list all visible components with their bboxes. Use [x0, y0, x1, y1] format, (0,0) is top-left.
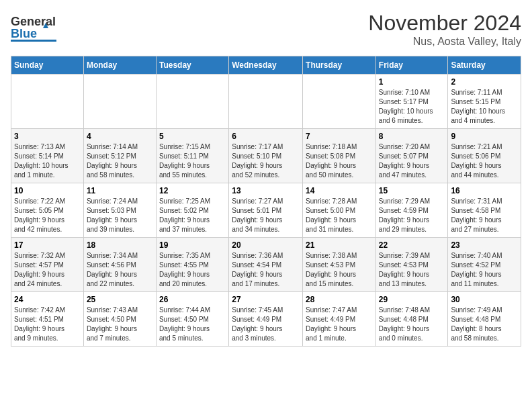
header-cell-wednesday: Wednesday — [229, 56, 303, 75]
calendar-cell: 4Sunrise: 7:14 AM Sunset: 5:12 PM Daylig… — [83, 129, 156, 183]
day-info: Sunrise: 7:39 AM Sunset: 4:53 PM Dayligh… — [379, 251, 445, 289]
calendar-cell: 18Sunrise: 7:34 AM Sunset: 4:56 PM Dayli… — [83, 238, 156, 292]
calendar-cell: 6Sunrise: 7:17 AM Sunset: 5:10 PM Daylig… — [229, 129, 303, 183]
day-number: 17 — [14, 240, 81, 250]
calendar-cell — [229, 75, 303, 129]
day-info: Sunrise: 7:20 AM Sunset: 5:07 PM Dayligh… — [379, 142, 445, 180]
day-info: Sunrise: 7:10 AM Sunset: 5:17 PM Dayligh… — [379, 88, 445, 126]
calendar-cell: 2Sunrise: 7:11 AM Sunset: 5:15 PM Daylig… — [448, 75, 521, 129]
calendar-cell: 22Sunrise: 7:39 AM Sunset: 4:53 PM Dayli… — [375, 238, 448, 292]
day-number: 19 — [159, 240, 226, 250]
day-info: Sunrise: 7:14 AM Sunset: 5:12 PM Dayligh… — [87, 142, 153, 180]
calendar-week-4: 17Sunrise: 7:32 AM Sunset: 4:57 PM Dayli… — [11, 238, 521, 292]
day-number: 10 — [14, 186, 81, 195]
day-number: 13 — [232, 186, 300, 195]
svg-text:General: General — [11, 15, 56, 28]
calendar-cell: 11Sunrise: 7:24 AM Sunset: 5:03 PM Dayli… — [83, 183, 156, 238]
calendar-cell: 23Sunrise: 7:40 AM Sunset: 4:52 PM Dayli… — [448, 238, 521, 292]
calendar-cell: 20Sunrise: 7:36 AM Sunset: 4:54 PM Dayli… — [229, 238, 303, 292]
calendar-week-1: 1Sunrise: 7:10 AM Sunset: 5:17 PM Daylig… — [11, 75, 521, 129]
calendar-cell — [303, 75, 376, 129]
calendar-cell: 8Sunrise: 7:20 AM Sunset: 5:07 PM Daylig… — [375, 129, 448, 183]
day-info: Sunrise: 7:32 AM Sunset: 4:57 PM Dayligh… — [14, 251, 81, 289]
calendar-week-5: 24Sunrise: 7:42 AM Sunset: 4:51 PM Dayli… — [11, 292, 521, 347]
day-info: Sunrise: 7:38 AM Sunset: 4:53 PM Dayligh… — [306, 251, 373, 289]
calendar-cell: 7Sunrise: 7:18 AM Sunset: 5:08 PM Daylig… — [303, 129, 376, 183]
svg-rect-3 — [11, 40, 56, 42]
day-info: Sunrise: 7:36 AM Sunset: 4:54 PM Dayligh… — [232, 251, 300, 289]
day-info: Sunrise: 7:17 AM Sunset: 5:10 PM Dayligh… — [232, 142, 300, 180]
day-number: 4 — [87, 132, 153, 141]
day-info: Sunrise: 7:48 AM Sunset: 4:48 PM Dayligh… — [379, 306, 445, 343]
calendar-week-3: 10Sunrise: 7:22 AM Sunset: 5:05 PM Dayli… — [11, 183, 521, 238]
day-info: Sunrise: 7:28 AM Sunset: 5:00 PM Dayligh… — [306, 197, 373, 234]
calendar-cell: 9Sunrise: 7:21 AM Sunset: 5:06 PM Daylig… — [448, 129, 521, 183]
calendar-cell — [11, 75, 84, 129]
calendar-cell: 30Sunrise: 7:49 AM Sunset: 4:48 PM Dayli… — [448, 292, 521, 347]
day-number: 26 — [159, 295, 226, 304]
calendar-cell: 21Sunrise: 7:38 AM Sunset: 4:53 PM Dayli… — [303, 238, 376, 292]
day-number: 1 — [379, 77, 445, 87]
calendar-cell: 17Sunrise: 7:32 AM Sunset: 4:57 PM Dayli… — [11, 238, 84, 292]
day-info: Sunrise: 7:47 AM Sunset: 4:49 PM Dayligh… — [306, 306, 373, 343]
day-number: 6 — [232, 132, 300, 141]
page-title: November 2024 — [368, 11, 521, 36]
svg-text:Blue: Blue — [11, 27, 37, 40]
calendar-cell: 27Sunrise: 7:45 AM Sunset: 4:49 PM Dayli… — [229, 292, 303, 347]
header-cell-sunday: Sunday — [11, 56, 84, 75]
header-row: SundayMondayTuesdayWednesdayThursdayFrid… — [11, 56, 521, 75]
calendar-cell: 26Sunrise: 7:44 AM Sunset: 4:50 PM Dayli… — [156, 292, 228, 347]
calendar-cell: 1Sunrise: 7:10 AM Sunset: 5:17 PM Daylig… — [375, 75, 448, 129]
calendar-cell: 12Sunrise: 7:25 AM Sunset: 5:02 PM Dayli… — [156, 183, 228, 238]
logo: General Blue — [11, 11, 58, 44]
day-number: 9 — [451, 132, 518, 141]
day-number: 29 — [379, 295, 445, 304]
day-number: 3 — [14, 132, 81, 141]
calendar-header: SundayMondayTuesdayWednesdayThursdayFrid… — [11, 56, 521, 75]
day-number: 12 — [159, 186, 226, 195]
header-cell-saturday: Saturday — [448, 56, 521, 75]
header-cell-thursday: Thursday — [303, 56, 376, 75]
day-info: Sunrise: 7:44 AM Sunset: 4:50 PM Dayligh… — [159, 306, 226, 343]
logo-icon: General Blue — [11, 11, 56, 44]
day-number: 14 — [306, 186, 373, 195]
day-info: Sunrise: 7:43 AM Sunset: 4:50 PM Dayligh… — [87, 306, 153, 343]
header-cell-friday: Friday — [375, 56, 448, 75]
page-header: General Blue November 2024 Nus, Aosta Va… — [11, 11, 521, 48]
day-number: 30 — [451, 295, 518, 304]
day-info: Sunrise: 7:29 AM Sunset: 4:59 PM Dayligh… — [379, 197, 445, 234]
day-number: 2 — [451, 77, 518, 87]
calendar-cell — [83, 75, 156, 129]
day-info: Sunrise: 7:18 AM Sunset: 5:08 PM Dayligh… — [306, 142, 373, 180]
day-info: Sunrise: 7:42 AM Sunset: 4:51 PM Dayligh… — [14, 306, 81, 343]
calendar-cell: 29Sunrise: 7:48 AM Sunset: 4:48 PM Dayli… — [375, 292, 448, 347]
day-info: Sunrise: 7:24 AM Sunset: 5:03 PM Dayligh… — [87, 197, 153, 234]
calendar-week-2: 3Sunrise: 7:13 AM Sunset: 5:14 PM Daylig… — [11, 129, 521, 183]
day-info: Sunrise: 7:22 AM Sunset: 5:05 PM Dayligh… — [14, 197, 81, 234]
calendar-cell: 24Sunrise: 7:42 AM Sunset: 4:51 PM Dayli… — [11, 292, 84, 347]
day-info: Sunrise: 7:21 AM Sunset: 5:06 PM Dayligh… — [451, 142, 518, 180]
calendar-cell: 25Sunrise: 7:43 AM Sunset: 4:50 PM Dayli… — [83, 292, 156, 347]
day-number: 28 — [306, 295, 373, 304]
day-info: Sunrise: 7:31 AM Sunset: 4:58 PM Dayligh… — [451, 197, 518, 234]
day-number: 15 — [379, 186, 445, 195]
calendar-cell: 10Sunrise: 7:22 AM Sunset: 5:05 PM Dayli… — [11, 183, 84, 238]
day-number: 7 — [306, 132, 373, 141]
page-subtitle: Nus, Aosta Valley, Italy — [368, 36, 521, 48]
header-cell-monday: Monday — [83, 56, 156, 75]
day-info: Sunrise: 7:45 AM Sunset: 4:49 PM Dayligh… — [232, 306, 300, 343]
calendar-body: 1Sunrise: 7:10 AM Sunset: 5:17 PM Daylig… — [11, 75, 521, 347]
calendar-cell: 15Sunrise: 7:29 AM Sunset: 4:59 PM Dayli… — [375, 183, 448, 238]
header-cell-tuesday: Tuesday — [156, 56, 228, 75]
day-info: Sunrise: 7:35 AM Sunset: 4:55 PM Dayligh… — [159, 251, 226, 289]
day-number: 23 — [451, 240, 518, 250]
calendar-cell: 19Sunrise: 7:35 AM Sunset: 4:55 PM Dayli… — [156, 238, 228, 292]
calendar-cell: 13Sunrise: 7:27 AM Sunset: 5:01 PM Dayli… — [229, 183, 303, 238]
day-info: Sunrise: 7:11 AM Sunset: 5:15 PM Dayligh… — [451, 88, 518, 126]
day-number: 24 — [14, 295, 81, 304]
calendar-cell: 28Sunrise: 7:47 AM Sunset: 4:49 PM Dayli… — [303, 292, 376, 347]
day-info: Sunrise: 7:13 AM Sunset: 5:14 PM Dayligh… — [14, 142, 81, 180]
calendar-table: SundayMondayTuesdayWednesdayThursdayFrid… — [11, 56, 521, 347]
day-info: Sunrise: 7:40 AM Sunset: 4:52 PM Dayligh… — [451, 251, 518, 289]
day-info: Sunrise: 7:27 AM Sunset: 5:01 PM Dayligh… — [232, 197, 300, 234]
